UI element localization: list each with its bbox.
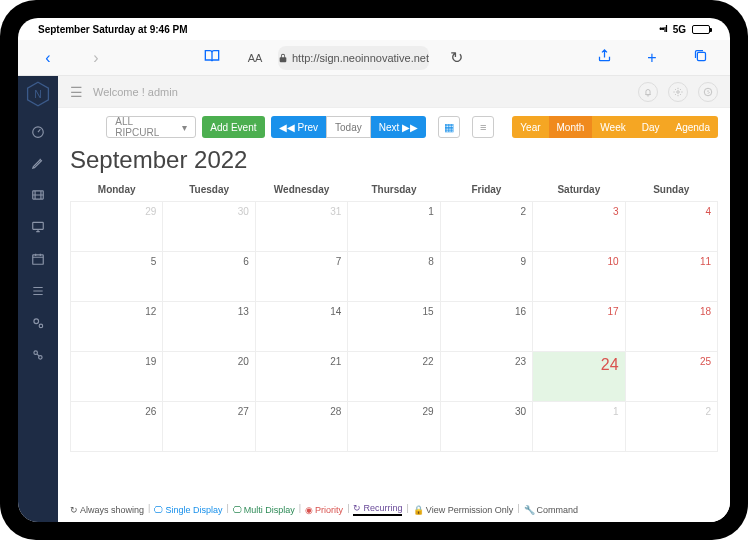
calendar-cell[interactable]: 30	[440, 402, 532, 452]
calendar-cell[interactable]: 24	[533, 352, 625, 402]
book-icon[interactable]	[192, 48, 232, 68]
calendar-cell[interactable]: 27	[163, 402, 255, 452]
tabs-button[interactable]	[680, 48, 720, 67]
back-button[interactable]: ‹	[28, 49, 68, 67]
calendar-cell[interactable]: 16	[440, 302, 532, 352]
calendar-cell[interactable]: 13	[163, 302, 255, 352]
status-right: ••ıl 5G	[659, 24, 710, 35]
screen: September Saturday at 9:46 PM ••ıl 5G ‹ …	[18, 18, 730, 522]
day-header: Sunday	[625, 178, 717, 202]
welcome-text: Welcome ! admin	[93, 86, 178, 98]
bell-icon[interactable]	[638, 82, 658, 102]
calendar-cell[interactable]: 21	[255, 352, 347, 402]
forward-button[interactable]: ›	[76, 49, 116, 67]
battery-icon	[692, 25, 710, 34]
calendar-cell[interactable]: 14	[255, 302, 347, 352]
day-header: Monday	[71, 178, 163, 202]
calendar-toolbar: ALL RIPCURL ▾ Add Event ◀◀Prev Today Nex…	[58, 108, 730, 146]
calendar-cell[interactable]: 5	[71, 252, 163, 302]
menu-icon[interactable]: ☰	[70, 84, 83, 100]
calendar-cell[interactable]: 1	[348, 202, 440, 252]
calendar-cell[interactable]: 4	[625, 202, 717, 252]
svg-text:N: N	[34, 89, 42, 100]
dashboard-icon[interactable]	[29, 122, 47, 140]
edit-icon[interactable]	[29, 154, 47, 172]
calendar-cell[interactable]: 11	[625, 252, 717, 302]
calendar-cell[interactable]: 28	[255, 402, 347, 452]
status-time: September Saturday at 9:46 PM	[38, 24, 188, 35]
forward-icon: ▶▶	[402, 122, 418, 133]
svg-rect-5	[33, 222, 44, 229]
calendar-cell[interactable]: 1	[533, 402, 625, 452]
today-button[interactable]: Today	[326, 116, 371, 138]
view-switcher: Year Month Week Day Agenda	[512, 116, 718, 138]
calendar-cell[interactable]: 23	[440, 352, 532, 402]
view-month[interactable]: Month	[549, 116, 593, 138]
view-day[interactable]: Day	[634, 116, 668, 138]
legend-single: 🖵 Single Display	[154, 503, 222, 516]
link-icon[interactable]	[29, 346, 47, 364]
calendar-icon[interactable]	[29, 250, 47, 268]
next-button[interactable]: Next▶▶	[371, 116, 427, 138]
calendar-cell[interactable]: 8	[348, 252, 440, 302]
url-text: http://sign.neoinnovative.net	[292, 52, 429, 64]
legend-view-perm: 🔒 View Permission Only	[413, 503, 513, 516]
calendar-cell[interactable]: 6	[163, 252, 255, 302]
url-bar[interactable]: http://sign.neoinnovative.net	[278, 46, 429, 70]
main-panel: ☰ Welcome ! admin ALL RIPCURL ▾	[58, 76, 730, 522]
calendar-cell[interactable]: 25	[625, 352, 717, 402]
monitor-icon[interactable]	[29, 218, 47, 236]
calendar-cell[interactable]: 20	[163, 352, 255, 402]
reload-button[interactable]: ↻	[437, 48, 477, 67]
svg-point-7	[34, 319, 39, 324]
calendar-cell[interactable]: 29	[71, 202, 163, 252]
logout-icon[interactable]	[698, 82, 718, 102]
tablet-frame: September Saturday at 9:46 PM ••ıl 5G ‹ …	[0, 0, 748, 540]
legend-bar: ↻ Always showing| 🖵 Single Display| 🖵 Mu…	[58, 497, 730, 522]
view-agenda[interactable]: Agenda	[668, 116, 718, 138]
svg-point-11	[677, 90, 680, 93]
day-header: Thursday	[348, 178, 440, 202]
prev-button[interactable]: ◀◀Prev	[271, 116, 327, 138]
svg-rect-6	[33, 255, 44, 264]
view-year[interactable]: Year	[512, 116, 548, 138]
film-icon[interactable]	[29, 186, 47, 204]
calendar-cell[interactable]: 2	[625, 402, 717, 452]
svg-rect-0	[697, 52, 705, 60]
signal-icon: ••ıl	[659, 24, 666, 34]
calendar-cell[interactable]: 7	[255, 252, 347, 302]
calendar-cell[interactable]: 29	[348, 402, 440, 452]
calendar-cell[interactable]: 15	[348, 302, 440, 352]
calendar-cell[interactable]: 26	[71, 402, 163, 452]
svg-point-8	[39, 324, 43, 328]
list-icon[interactable]	[29, 282, 47, 300]
day-header: Tuesday	[163, 178, 255, 202]
grid-view-button[interactable]: ▦	[438, 116, 460, 138]
calendar-cell[interactable]: 22	[348, 352, 440, 402]
calendar-cell[interactable]: 9	[440, 252, 532, 302]
calendar-cell[interactable]: 18	[625, 302, 717, 352]
view-week[interactable]: Week	[592, 116, 633, 138]
browser-toolbar: ‹ › AA http://sign.neoinnovative.net ↻ +	[18, 40, 730, 76]
gears-icon[interactable]	[29, 314, 47, 332]
gear-icon[interactable]	[668, 82, 688, 102]
text-size-button[interactable]: AA	[240, 52, 270, 64]
calendar-cell[interactable]: 17	[533, 302, 625, 352]
filter-dropdown[interactable]: ALL RIPCURL ▾	[106, 116, 196, 138]
share-button[interactable]	[584, 48, 624, 67]
app-logo[interactable]: N	[24, 80, 52, 108]
calendar-cell[interactable]: 2	[440, 202, 532, 252]
app-content: N ☰ Welcome ! admin	[18, 76, 730, 522]
day-header: Friday	[440, 178, 532, 202]
calendar-cell[interactable]: 3	[533, 202, 625, 252]
new-tab-button[interactable]: +	[632, 49, 672, 67]
calendar-cell[interactable]: 31	[255, 202, 347, 252]
sidebar: N	[18, 76, 58, 522]
list-view-button[interactable]: ≡	[472, 116, 494, 138]
calendar-cell[interactable]: 12	[71, 302, 163, 352]
calendar-cell[interactable]: 10	[533, 252, 625, 302]
add-event-button[interactable]: Add Event	[202, 116, 264, 138]
network-label: 5G	[673, 24, 686, 35]
calendar-cell[interactable]: 30	[163, 202, 255, 252]
calendar-cell[interactable]: 19	[71, 352, 163, 402]
